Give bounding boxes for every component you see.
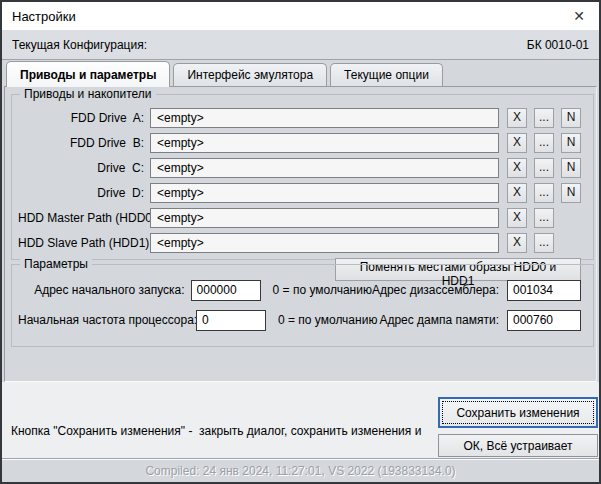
drive-row-fdd-b: FDD Drive B: X ... N (18, 132, 581, 153)
browse-button[interactable]: ... (534, 233, 554, 253)
clear-button[interactable]: X (507, 183, 527, 203)
cpu-frequency-input[interactable] (196, 310, 266, 331)
footer-area: Кнопка "Сохранить изменения" - закрыть д… (2, 382, 599, 458)
param-rows: Адрес начального запуска: 0 = по умолчан… (12, 279, 593, 339)
close-icon[interactable]: ✕ (563, 3, 595, 29)
new-image-button[interactable]: N (561, 158, 581, 178)
clear-button[interactable]: X (507, 133, 527, 153)
start-address-label: Адрес начального запуска: (18, 283, 185, 297)
tab-current-options[interactable]: Текущие опции (330, 63, 443, 86)
memory-dump-address-label: Адрес дампа памяти: (377, 313, 499, 327)
current-config-value: БК 0010-01 (527, 38, 589, 52)
current-config-bar: Текущая Конфигурация: БК 0010-01 (2, 30, 599, 60)
window-title: Настройки (12, 9, 76, 24)
memory-dump-address-input[interactable] (507, 310, 581, 331)
drives-groupbox: Приводы и накопители FDD Drive A: X ... … (11, 94, 594, 260)
titlebar: Настройки (2, 2, 599, 30)
default-hint: 0 = по умолчанию (273, 283, 372, 297)
cpu-frequency-label: Начальная частота процессора: (18, 313, 190, 327)
drive-label: HDD Slave Path (HDD1): (18, 236, 144, 250)
drive-path-field-b[interactable] (150, 133, 499, 153)
drive-path-field-d[interactable] (150, 183, 499, 203)
browse-button[interactable]: ... (534, 158, 554, 178)
params-groupbox: Параметры Адрес начального запуска: 0 = … (11, 264, 594, 347)
clear-button[interactable]: X (507, 108, 527, 128)
footer-note-line: Кнопка "Сохранить изменения" - закрыть д… (11, 423, 435, 439)
param-row-cpu-frequency: Начальная частота процессора: 0 = по умо… (18, 309, 581, 331)
drive-label: Drive D: (18, 186, 144, 200)
start-address-input[interactable] (191, 280, 261, 301)
drive-row-hdd0: HDD Master Path (HDD0): X ... (18, 207, 581, 228)
drives-group-title: Приводы и накопители (20, 87, 156, 102)
drive-label: FDD Drive A: (18, 111, 144, 125)
drive-path-field-c[interactable] (150, 158, 499, 178)
hdd1-path-field[interactable] (150, 233, 499, 253)
default-hint: 0 = по умолчанию (278, 313, 377, 327)
drive-row-d: Drive D: X ... N (18, 182, 581, 203)
browse-button[interactable]: ... (534, 183, 554, 203)
settings-dialog: Настройки ✕ Текущая Конфигурация: БК 001… (0, 0, 601, 484)
browse-button[interactable]: ... (534, 108, 554, 128)
clear-button[interactable]: X (507, 158, 527, 178)
tabstrip: Приводы и параметры Интерфейс эмулятора … (6, 60, 443, 86)
disassembler-address-input[interactable] (507, 280, 581, 301)
current-config-label: Текущая Конфигурация: (12, 38, 147, 52)
browse-button[interactable]: ... (534, 208, 554, 228)
disassembler-address-label: Адрес дизассемблера: (372, 283, 499, 297)
clear-button[interactable]: X (507, 233, 527, 253)
save-changes-button[interactable]: Сохранить изменения (438, 397, 598, 428)
compiled-info: Compiled: 24 янв 2024, 11:27:01, VS 2022… (145, 464, 455, 478)
param-row-start-address: Адрес начального запуска: 0 = по умолчан… (18, 279, 581, 301)
new-image-button[interactable]: N (561, 183, 581, 203)
tab-page-drives: Приводы и накопители FDD Drive A: X ... … (4, 86, 597, 382)
drive-row-c: Drive C: X ... N (18, 157, 581, 178)
new-image-button[interactable]: N (561, 108, 581, 128)
drive-row-fdd-a: FDD Drive A: X ... N (18, 107, 581, 128)
tab-emulator-interface[interactable]: Интерфейс эмулятора (173, 63, 327, 86)
ok-no-changes-button[interactable]: ОК, Всё устраивает (438, 434, 598, 457)
browse-button[interactable]: ... (534, 133, 554, 153)
drive-label: FDD Drive B: (18, 136, 144, 150)
drive-label: HDD Master Path (HDD0): (18, 211, 144, 225)
drive-label: Drive C: (18, 161, 144, 175)
new-image-button[interactable]: N (561, 133, 581, 153)
status-bar: Compiled: 24 янв 2024, 11:27:01, VS 2022… (2, 458, 599, 482)
drive-rows: FDD Drive A: X ... N FDD Drive B: X ... … (12, 107, 593, 281)
hdd0-path-field[interactable] (150, 208, 499, 228)
clear-button[interactable]: X (507, 208, 527, 228)
drive-row-hdd1: HDD Slave Path (HDD1): X ... (18, 232, 581, 253)
params-group-title: Параметры (20, 257, 92, 272)
tab-drives-and-params[interactable]: Приводы и параметры (6, 61, 170, 87)
drive-path-field-a[interactable] (150, 108, 499, 128)
